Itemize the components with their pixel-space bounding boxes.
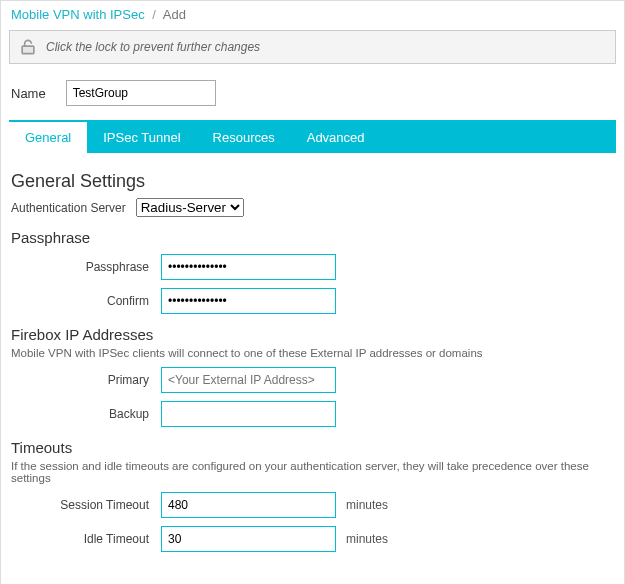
- idle-timeout-input[interactable]: [161, 526, 336, 552]
- firebox-heading: Firebox IP Addresses: [11, 326, 614, 343]
- auth-server-select[interactable]: Radius-Server: [136, 198, 244, 217]
- unlock-icon[interactable]: [18, 37, 38, 57]
- backup-input[interactable]: [161, 401, 336, 427]
- passphrase-heading: Passphrase: [11, 229, 614, 246]
- breadcrumb: Mobile VPN with IPSec / Add: [1, 1, 624, 26]
- backup-label: Backup: [11, 407, 161, 421]
- lock-message: Click the lock to prevent further change…: [46, 40, 260, 54]
- idle-timeout-unit: minutes: [346, 532, 388, 546]
- session-timeout-unit: minutes: [346, 498, 388, 512]
- svg-rect-0: [22, 46, 34, 53]
- firebox-helper: Mobile VPN with IPSec clients will conne…: [11, 347, 614, 359]
- tab-ipsec-tunnel[interactable]: IPSec Tunnel: [87, 122, 196, 153]
- confirm-input[interactable]: [161, 288, 336, 314]
- tab-advanced[interactable]: Advanced: [291, 122, 381, 153]
- tab-resources[interactable]: Resources: [197, 122, 291, 153]
- timeouts-helper: If the session and idle timeouts are con…: [11, 460, 614, 484]
- primary-label: Primary: [11, 373, 161, 387]
- tabs: General IPSec Tunnel Resources Advanced: [9, 120, 616, 153]
- tab-general[interactable]: General: [9, 122, 87, 153]
- session-timeout-label: Session Timeout: [11, 498, 161, 512]
- session-timeout-input[interactable]: [161, 492, 336, 518]
- passphrase-label: Passphrase: [11, 260, 161, 274]
- idle-timeout-label: Idle Timeout: [11, 532, 161, 546]
- confirm-label: Confirm: [11, 294, 161, 308]
- primary-input[interactable]: [161, 367, 336, 393]
- general-heading: General Settings: [11, 171, 614, 192]
- name-input[interactable]: [66, 80, 216, 106]
- passphrase-input[interactable]: [161, 254, 336, 280]
- name-label: Name: [11, 86, 46, 101]
- auth-server-label: Authentication Server: [11, 201, 126, 215]
- breadcrumb-current: Add: [163, 7, 186, 22]
- breadcrumb-parent[interactable]: Mobile VPN with IPSec: [11, 7, 145, 22]
- breadcrumb-sep: /: [152, 7, 156, 22]
- lock-bar: Click the lock to prevent further change…: [9, 30, 616, 64]
- timeouts-heading: Timeouts: [11, 439, 614, 456]
